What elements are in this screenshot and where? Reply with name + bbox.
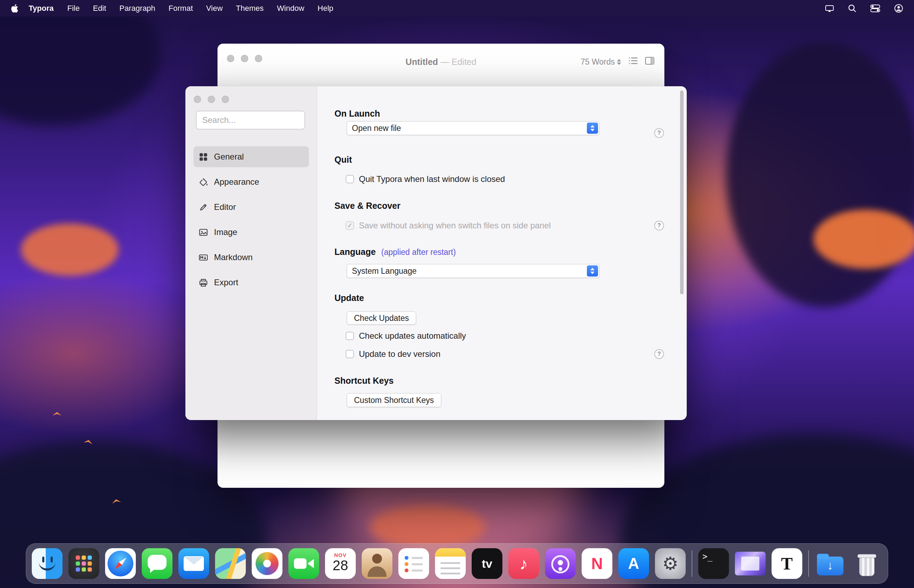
dock-icon-app-store[interactable]: A	[618, 548, 649, 579]
check-updates-automatically-checkbox[interactable]	[346, 332, 354, 340]
check-updates-button[interactable]: Check Updates	[347, 312, 416, 325]
dock-icon-safari[interactable]	[105, 548, 136, 579]
apple-menu[interactable]	[10, 4, 19, 13]
paint-bucket-icon	[199, 178, 208, 187]
menu-item-themes[interactable]: Themes	[229, 4, 270, 13]
image-icon	[199, 228, 208, 237]
sidebar-item-image[interactable]: Image	[194, 222, 309, 243]
menu-item-file[interactable]: File	[61, 4, 86, 13]
save-recover-help-button[interactable]: ?	[654, 221, 664, 231]
dock-icon-mail[interactable]	[178, 548, 209, 579]
menu-app-name[interactable]: Typora	[22, 4, 61, 13]
sidebar-item-export[interactable]: Export	[194, 272, 309, 293]
zoom-button[interactable]	[222, 96, 229, 103]
menu-item-help[interactable]: Help	[311, 4, 340, 13]
prefs-window-controls	[194, 96, 229, 103]
outline-list-icon[interactable]	[628, 56, 638, 67]
menu-item-view[interactable]: View	[200, 4, 229, 13]
popup-stepper-icon	[587, 123, 598, 134]
dock-icon-maps[interactable]	[215, 548, 246, 579]
wallpaper-foliage-shape	[0, 0, 161, 126]
dock-icon-finder[interactable]	[32, 548, 63, 579]
calendar-day-label: 28	[333, 558, 349, 573]
sidebar-item-label: Export	[214, 278, 238, 288]
dock-icon-screenshot-preview[interactable]	[735, 552, 765, 575]
dock-icon-reminders[interactable]	[398, 548, 429, 579]
sidebar-item-appearance[interactable]: Appearance	[194, 171, 309, 192]
wallpaper-tree-silhouette	[726, 42, 914, 307]
save-without-asking-label: Save without asking when switch files on…	[359, 221, 551, 231]
word-count[interactable]: 75 Words	[581, 57, 621, 67]
sidebar-item-editor[interactable]: Editor	[194, 197, 309, 218]
on-launch-heading: On Launch	[334, 108, 380, 119]
popup-stepper-icon	[587, 265, 598, 276]
document-edited-badge: Edited	[452, 57, 476, 67]
on-launch-selected-value: Open new file	[352, 124, 401, 133]
dock-separator	[692, 550, 692, 577]
language-select[interactable]: System Language	[347, 264, 599, 278]
dock-icon-messages[interactable]	[142, 548, 173, 579]
dock-icon-contacts[interactable]	[362, 548, 392, 579]
sidebar-item-general[interactable]: General	[194, 146, 309, 167]
control-center-icon[interactable]	[870, 4, 880, 13]
update-heading: Update	[334, 293, 364, 303]
search-icon[interactable]	[848, 4, 857, 13]
update-to-dev-version-label: Update to dev version	[359, 349, 440, 359]
dock-icon-music[interactable]: ♪	[508, 548, 539, 579]
sidebar-item-label: Appearance	[214, 177, 259, 187]
preferences-sidebar: General Appearance Editor	[186, 86, 317, 420]
menu-item-window[interactable]: Window	[270, 4, 311, 13]
custom-shortcut-keys-button[interactable]: Custom Shortcut Keys	[347, 393, 441, 407]
screen-mirroring-icon[interactable]	[825, 3, 835, 13]
apple-logo-icon	[10, 4, 19, 13]
user-account-icon[interactable]	[894, 3, 904, 13]
typora-preferences-window[interactable]: General Appearance Editor	[186, 86, 687, 420]
dock-icon-downloads[interactable]: ↓	[815, 548, 846, 579]
language-heading: Language	[334, 247, 376, 257]
on-launch-select[interactable]: Open new file	[347, 121, 599, 135]
pencil-icon	[199, 202, 208, 212]
dock-icon-facetime[interactable]	[288, 548, 319, 579]
quit-heading: Quit	[334, 155, 352, 165]
dock-icon-system-preferences[interactable]: ⚙	[655, 548, 686, 579]
dock-icon-typora[interactable]: T	[772, 548, 802, 579]
save-without-asking-checkbox[interactable]: ✓	[346, 221, 354, 230]
wallpaper-orange-bush-left	[21, 223, 119, 276]
quit-when-closed-label: Quit Typora when last window is closed	[359, 174, 505, 184]
dock-icon-launchpad[interactable]	[68, 548, 99, 579]
sidebar-item-label: Markdown	[214, 252, 253, 262]
sidebar-item-label: Editor	[214, 202, 236, 212]
scrollbar[interactable]	[680, 90, 683, 294]
dock-icon-notes[interactable]	[435, 548, 466, 579]
dock-icon-trash[interactable]	[851, 548, 882, 579]
update-to-dev-version-checkbox[interactable]	[346, 350, 354, 358]
dock-icon-terminal[interactable]: >_	[698, 548, 729, 579]
dock-icon-photos[interactable]	[252, 548, 283, 579]
sidebar-toggle-icon[interactable]	[645, 56, 655, 67]
quit-when-closed-checkbox[interactable]	[346, 175, 354, 183]
update-dev-help-button[interactable]: ?	[654, 349, 664, 359]
dock-icon-podcasts[interactable]	[545, 548, 576, 579]
wallpaper-orange-bush-center	[370, 504, 485, 549]
sidebar-item-markdown[interactable]: Markdown	[194, 247, 309, 268]
minimize-button[interactable]	[208, 96, 215, 103]
dock: NOV 28 tv ♪ N A ⚙ >_ T ↓	[26, 543, 888, 584]
markdown-icon	[199, 253, 208, 262]
sidebar-item-label: General	[214, 152, 244, 162]
on-launch-help-button[interactable]: ?	[654, 128, 664, 138]
menu-item-format[interactable]: Format	[162, 4, 200, 13]
dock-icon-news[interactable]: N	[581, 548, 612, 579]
document-title-name: Untitled	[406, 57, 438, 67]
dock-icon-apple-tv[interactable]: tv	[472, 548, 502, 579]
shortcut-keys-heading: Shortcut Keys	[334, 376, 394, 386]
dock-icon-calendar[interactable]: NOV 28	[325, 548, 356, 579]
save-recover-heading: Save & Recover	[334, 201, 400, 211]
close-button[interactable]	[194, 96, 201, 103]
menu-status-icons	[825, 3, 904, 13]
menu-bar: Typora File Edit Paragraph Format View T…	[0, 0, 914, 16]
terminal-prompt-glyph: >_	[702, 552, 712, 561]
calendar-month-label: NOV	[334, 552, 347, 558]
menu-item-edit[interactable]: Edit	[86, 4, 113, 13]
search-input[interactable]	[196, 111, 305, 129]
menu-item-paragraph[interactable]: Paragraph	[113, 4, 162, 13]
